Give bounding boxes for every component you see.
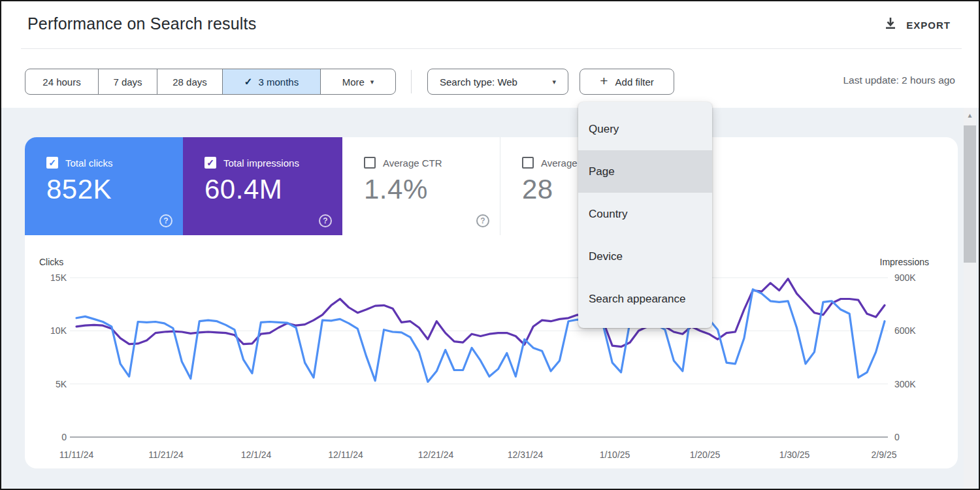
- metric-label: Total impressions: [223, 157, 299, 169]
- metric-card-total-clicks[interactable]: ✓ Total clicks 852K ?: [25, 137, 183, 235]
- metric-value: 1.4%: [364, 174, 428, 205]
- scrollbar[interactable]: ▲: [964, 108, 976, 490]
- dropdown-item-page[interactable]: Page: [578, 150, 712, 193]
- search-type-button[interactable]: Search type: Web ▾: [427, 69, 568, 95]
- add-filter-button[interactable]: + Add filter: [580, 69, 674, 95]
- tab-7-days[interactable]: 7 days: [98, 69, 157, 94]
- tab-3-months[interactable]: ✓ 3 months: [222, 69, 320, 94]
- left-tick: 10K: [27, 325, 67, 336]
- metric-value: 852K: [46, 174, 112, 205]
- add-filter-dropdown-menu: Query Page Country Device Search appeara…: [578, 102, 712, 328]
- x-tick: 12/11/24: [328, 449, 363, 461]
- tab-28-days[interactable]: 28 days: [157, 69, 222, 94]
- x-tick: 12/21/24: [418, 449, 454, 461]
- left-tick: 15K: [27, 272, 67, 284]
- metric-value: 60.4M: [204, 174, 282, 205]
- x-tick: 2/9/25: [872, 449, 897, 461]
- help-icon[interactable]: ?: [159, 214, 172, 227]
- dropdown-item-search-appearance[interactable]: Search appearance: [578, 278, 712, 320]
- search-console-performance-page: { "header": { "title": "Performance on S…: [0, 0, 980, 490]
- left-tick: 0: [27, 431, 67, 443]
- help-icon[interactable]: ?: [476, 214, 489, 227]
- export-label: EXPORT: [906, 20, 951, 31]
- help-icon[interactable]: ?: [319, 214, 332, 227]
- right-tick: 0: [894, 431, 934, 443]
- check-icon: ✓: [244, 76, 253, 88]
- right-tick: 300K: [894, 378, 934, 390]
- right-tick: 600K: [894, 325, 934, 336]
- x-tick: 11/11/24: [59, 449, 93, 461]
- download-icon: [884, 17, 897, 33]
- x-tick: 1/10/25: [600, 449, 630, 461]
- dropdown-item-device[interactable]: Device: [578, 235, 712, 278]
- right-axis-title: Impressions: [851, 257, 929, 267]
- x-tick: 12/31/24: [508, 449, 544, 461]
- x-tick: 1/20/25: [690, 449, 721, 461]
- metric-label: Total clicks: [65, 157, 113, 169]
- metric-value: 28: [522, 174, 553, 205]
- chevron-down-icon: ▾: [370, 78, 374, 86]
- last-update-text: Last update: 2 hours ago: [843, 74, 956, 86]
- plus-icon: +: [600, 73, 608, 89]
- checkbox-total-impressions[interactable]: ✓: [204, 157, 216, 169]
- dropdown-item-country[interactable]: Country: [578, 193, 712, 235]
- x-tick: 11/21/24: [148, 449, 183, 461]
- export-button[interactable]: EXPORT: [884, 17, 951, 33]
- metric-label: Average CTR: [383, 157, 442, 169]
- left-tick: 5K: [27, 378, 67, 390]
- metric-card-average-ctr[interactable]: Average CTR 1.4% ?: [342, 137, 500, 235]
- x-tick: 1/30/25: [779, 449, 810, 461]
- tab-24-hours[interactable]: 24 hours: [25, 69, 98, 94]
- x-tick: 12/1/24: [241, 449, 272, 461]
- checkbox-total-clicks[interactable]: ✓: [46, 157, 58, 169]
- header-divider: [21, 48, 962, 49]
- performance-panel: ✓ Total clicks 852K ? ✓ Total impression…: [25, 137, 958, 468]
- checkbox-average-position[interactable]: [522, 157, 534, 169]
- dropdown-item-query[interactable]: Query: [578, 108, 712, 150]
- scrollbar-up-icon[interactable]: ▲: [964, 112, 976, 119]
- tab-more[interactable]: More ▾: [320, 69, 395, 94]
- page-title: Performance on Search results: [27, 14, 256, 33]
- metric-card-total-impressions[interactable]: ✓ Total impressions 60.4M ?: [183, 137, 342, 235]
- checkbox-average-ctr[interactable]: [364, 157, 376, 169]
- chevron-down-icon: ▾: [552, 78, 556, 86]
- right-tick: 900K: [894, 272, 934, 284]
- date-range-tabs: 24 hours 7 days 28 days ✓ 3 months More …: [25, 69, 396, 95]
- left-axis-title: Clicks: [39, 257, 63, 267]
- filter-group-divider: [411, 70, 412, 93]
- scrollbar-thumb[interactable]: [964, 125, 976, 263]
